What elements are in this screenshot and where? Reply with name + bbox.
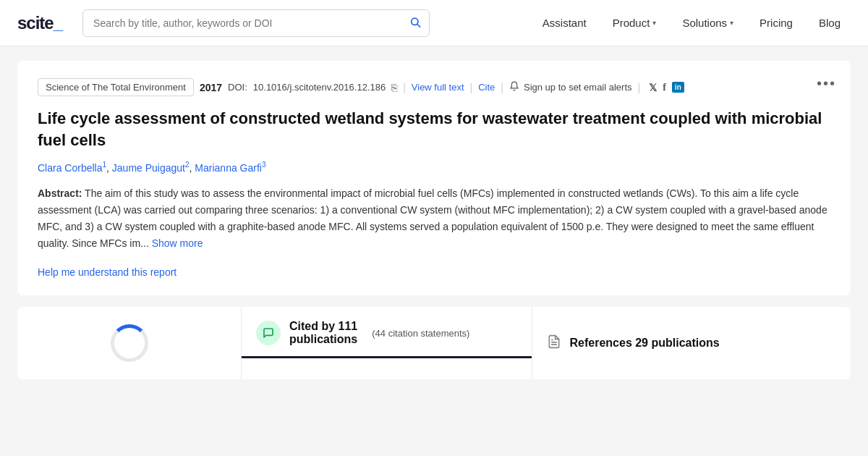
- search-input[interactable]: [82, 9, 430, 37]
- paper-title: Life cycle assessment of constructed wet…: [38, 108, 830, 151]
- nav-item-blog[interactable]: Blog: [809, 11, 851, 35]
- nav-item-product[interactable]: Product ▾: [603, 11, 667, 35]
- authors-list: Clara Corbella1, Jaume Puigagut2, Marian…: [38, 161, 830, 174]
- main-content: ••• Science of The Total Environment 201…: [0, 46, 868, 394]
- author-3[interactable]: Marianna Garfi3: [195, 162, 265, 174]
- social-icons: 𝕏 f in: [649, 82, 684, 93]
- bottom-panels: Cited by 111 publications (44 citation s…: [17, 307, 851, 379]
- more-options-button[interactable]: •••: [817, 75, 836, 92]
- linkedin-icon[interactable]: in: [672, 82, 684, 93]
- alert-text: Sign up to set email alerts: [524, 82, 632, 93]
- nav-item-pricing[interactable]: Pricing: [749, 11, 803, 35]
- meta-row: Science of The Total Environment 2017 DO…: [38, 78, 830, 96]
- help-understand-link[interactable]: Help me understand this report: [38, 266, 176, 278]
- main-nav: Assistant Product ▾ Solutions ▾ Pricing …: [532, 11, 851, 35]
- view-full-text-link[interactable]: View full text: [412, 82, 464, 93]
- nav-item-assistant[interactable]: Assistant: [532, 11, 597, 35]
- search-wrapper: [82, 9, 430, 37]
- cited-tab[interactable]: Cited by 111 publications (44 citation s…: [242, 307, 532, 358]
- author-2[interactable]: Jaume Puigagut2: [112, 162, 190, 174]
- references-text: References 29 publications: [570, 337, 720, 350]
- search-icon: [409, 16, 421, 30]
- copy-doi-icon[interactable]: ⎘: [391, 82, 397, 93]
- bell-icon: [509, 81, 519, 93]
- author-1[interactable]: Clara Corbella1: [38, 162, 106, 174]
- svg-line-1: [417, 24, 420, 27]
- show-more-link[interactable]: Show more: [152, 237, 203, 249]
- twitter-icon[interactable]: 𝕏: [649, 82, 657, 93]
- logo: scite_: [17, 13, 62, 33]
- document-icon: [547, 334, 561, 352]
- paper-card: ••• Science of The Total Environment 201…: [17, 61, 851, 295]
- cited-panel: Cited by 111 publications (44 citation s…: [242, 307, 532, 379]
- chat-bubble-icon: [256, 321, 281, 345]
- chevron-down-icon: ▾: [730, 19, 733, 27]
- loading-spinner: [111, 324, 148, 362]
- abstract-label: Abstract:: [38, 187, 82, 199]
- nav-item-solutions[interactable]: Solutions ▾: [672, 11, 744, 35]
- cite-link[interactable]: Cite: [478, 82, 495, 93]
- facebook-icon[interactable]: f: [663, 82, 666, 93]
- citation-statements: (44 citation statements): [372, 328, 469, 339]
- chevron-down-icon: ▾: [652, 19, 656, 27]
- doi-value: 10.1016/j.scitotenv.2016.12.186: [253, 82, 386, 93]
- references-panel[interactable]: References 29 publications: [532, 307, 851, 379]
- doi-label: DOI:: [228, 82, 247, 93]
- alert-row: Sign up to set email alerts: [509, 81, 632, 93]
- loading-panel: [17, 307, 242, 379]
- cited-by-text: Cited by 111 publications: [289, 320, 357, 346]
- publication-year: 2017: [200, 82, 222, 93]
- journal-badge: Science of The Total Environment: [38, 78, 194, 96]
- header: scite_ Assistant Product ▾ Solutions ▾ P…: [0, 0, 868, 46]
- abstract: Abstract: The aim of this study was to a…: [38, 185, 830, 252]
